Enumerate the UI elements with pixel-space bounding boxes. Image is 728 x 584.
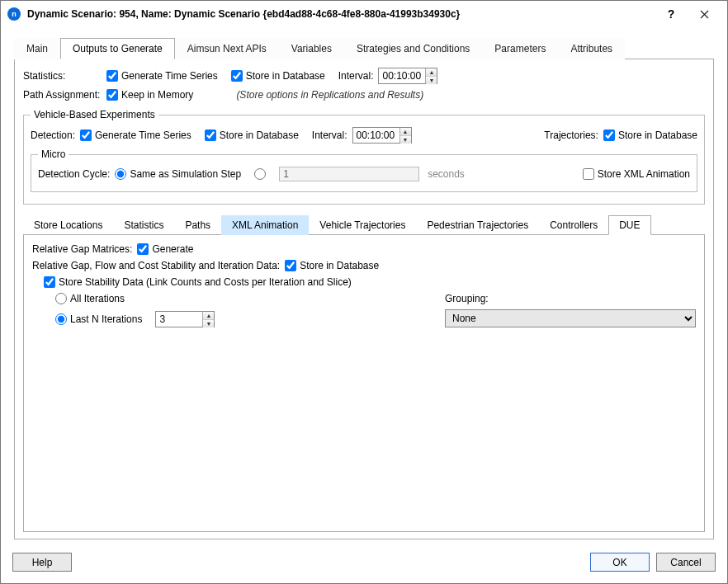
subtab-xml-animation[interactable]: XML Animation: [221, 215, 309, 235]
window-help-button[interactable]: ?: [655, 2, 688, 26]
stats-interval-label: Interval:: [338, 70, 374, 82]
trajectories-store-db-checkbox[interactable]: [603, 130, 615, 141]
spinner-down-icon[interactable]: ▼: [426, 77, 437, 84]
statistics-row: Statistics: Generate Time Series Store i…: [23, 68, 705, 84]
help-button[interactable]: Help: [12, 553, 72, 572]
close-icon: [700, 10, 709, 19]
vbe-legend: Vehicle-Based Experiments: [31, 109, 158, 120]
detection-cycle-same-step[interactable]: Same as Simulation Step: [115, 168, 241, 180]
output-subtabs: Store Locations Statistics Paths XML Ani…: [23, 214, 705, 235]
spinner-down-icon[interactable]: ▼: [400, 136, 411, 144]
spinner-up-icon[interactable]: ▲: [400, 128, 411, 136]
stats-generate-time-series[interactable]: Generate Time Series: [106, 70, 218, 82]
detection-interval-input[interactable]: [353, 128, 399, 143]
titlebar: n Dynamic Scenario: 954, Name: Dynamic S…: [1, 1, 727, 27]
rgfc-store-in-database[interactable]: Store in Database: [285, 260, 379, 271]
window-title: Dynamic Scenario: 954, Name: Dynamic Sce…: [27, 8, 655, 20]
ok-button[interactable]: OK: [590, 553, 650, 572]
store-xml-animation[interactable]: Store XML Animation: [583, 168, 690, 180]
tab-main[interactable]: Main: [14, 38, 60, 59]
detection-store-db-checkbox[interactable]: [205, 130, 216, 141]
detection-cycle-label: Detection Cycle:: [38, 168, 110, 180]
spinner-down-icon[interactable]: ▼: [203, 320, 214, 327]
subtab-controllers[interactable]: Controllers: [539, 215, 608, 235]
store-xml-animation-checkbox[interactable]: [583, 168, 594, 180]
statistics-label: Statistics:: [23, 70, 102, 82]
all-iterations-option[interactable]: All Iterations: [55, 293, 125, 304]
subtab-store-locations[interactable]: Store Locations: [23, 215, 113, 235]
stats-store-in-database-checkbox[interactable]: [231, 70, 243, 82]
detection-cycle-same-step-radio[interactable]: [115, 168, 126, 180]
top-tabs: Main Outputs to Generate Aimsun Next API…: [14, 37, 714, 59]
grouping-select[interactable]: None: [445, 309, 696, 327]
relative-gap-matrices-label: Relative Gap Matrices:: [32, 243, 132, 255]
keep-in-memory-checkbox[interactable]: [106, 89, 118, 101]
tab-outputs-to-generate[interactable]: Outputs to Generate: [60, 38, 175, 59]
rgfc-store-db-checkbox[interactable]: [285, 260, 296, 271]
micro-legend: Micro: [38, 148, 69, 160]
detection-generate-ts-checkbox[interactable]: [80, 130, 92, 141]
path-assignment-row: Path Assignment: Keep in Memory (Store o…: [23, 89, 705, 101]
last-n-input[interactable]: [156, 312, 202, 327]
last-n-iterations-option[interactable]: Last N Iterations: [55, 313, 142, 325]
last-n-spinner[interactable]: ▲▼: [155, 311, 215, 327]
stats-interval-input[interactable]: [379, 68, 425, 83]
tab-parameters[interactable]: Parameters: [482, 38, 558, 59]
detection-cycle-value-input: [279, 167, 419, 181]
tab-variables[interactable]: Variables: [279, 38, 344, 59]
tab-aimsun-next-apis[interactable]: Aimsun Next APIs: [175, 38, 279, 59]
detection-label: Detection:: [31, 130, 75, 141]
last-n-iterations-radio[interactable]: [55, 313, 67, 325]
keep-in-memory[interactable]: Keep in Memory: [106, 89, 193, 101]
app-icon: n: [7, 7, 21, 21]
stats-store-in-database[interactable]: Store in Database: [231, 70, 325, 82]
rgm-generate-checkbox[interactable]: [137, 243, 149, 255]
footer: Help OK Cancel: [1, 546, 727, 583]
detection-cycle-custom[interactable]: [254, 168, 266, 180]
seconds-label: seconds: [428, 168, 465, 180]
detection-interval-label: Interval:: [312, 130, 347, 141]
subtab-paths[interactable]: Paths: [174, 215, 221, 235]
stats-interval-spinner[interactable]: ▲▼: [378, 68, 437, 84]
rgm-generate[interactable]: Generate: [137, 243, 193, 255]
stats-generate-time-series-checkbox[interactable]: [106, 70, 118, 82]
tab-strategies-conditions[interactable]: Strategies and Conditions: [344, 38, 482, 59]
subtab-vehicle-trajectories[interactable]: Vehicle Trajectories: [309, 215, 416, 235]
detection-generate-time-series[interactable]: Generate Time Series: [80, 130, 191, 141]
rgfc-label: Relative Gap, Flow and Cost Stability an…: [32, 260, 280, 271]
micro-group: Micro Detection Cycle: Same as Simulatio…: [31, 148, 697, 192]
store-stability-data[interactable]: Store Stability Data (Link Counts and Co…: [44, 276, 352, 288]
detection-interval-spinner[interactable]: ▲▼: [352, 127, 412, 144]
path-note: (Store options in Replications and Resul…: [236, 89, 423, 101]
subtab-statistics[interactable]: Statistics: [113, 215, 174, 235]
detection-cycle-custom-radio[interactable]: [254, 168, 266, 180]
grouping-label: Grouping:: [445, 293, 696, 304]
trajectories-store-in-database[interactable]: Store in Database: [603, 130, 697, 141]
trajectories-label: Trajectories:: [544, 130, 598, 141]
vehicle-based-experiments-group: Vehicle-Based Experiments Detection: Gen…: [23, 109, 705, 205]
due-panel: Relative Gap Matrices: Generate Relative…: [23, 235, 705, 532]
spinner-up-icon[interactable]: ▲: [426, 68, 437, 77]
window-close-button[interactable]: [688, 2, 721, 26]
subtab-due[interactable]: DUE: [608, 215, 650, 235]
tab-attributes[interactable]: Attributes: [558, 38, 625, 59]
spinner-up-icon[interactable]: ▲: [203, 312, 214, 320]
subtab-pedestrian-trajectories[interactable]: Pedestrian Trajectories: [416, 215, 539, 235]
detection-store-in-database[interactable]: Store in Database: [205, 130, 299, 141]
cancel-button[interactable]: Cancel: [656, 553, 716, 572]
path-assignment-label: Path Assignment:: [23, 89, 102, 101]
store-stability-data-checkbox[interactable]: [44, 276, 55, 288]
all-iterations-radio[interactable]: [55, 293, 67, 304]
